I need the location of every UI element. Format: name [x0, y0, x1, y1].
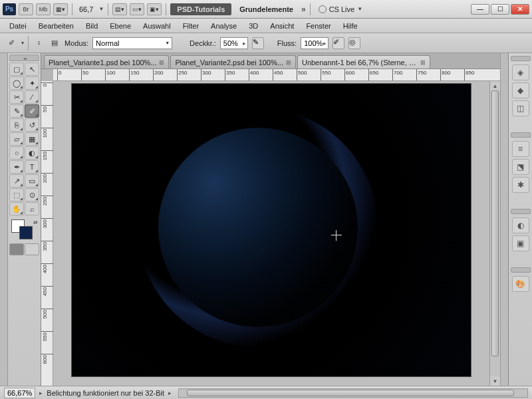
minibridge-button[interactable]: Mb [36, 3, 51, 15]
status-menu-icon[interactable]: ▸ [39, 390, 43, 396]
menu-3d[interactable]: 3D [243, 20, 263, 32]
scroll-up-arrow[interactable]: ▲ [490, 81, 500, 90]
title-bar: Ps Br Mb ▦▾ 66,7 ▼ ▤▾ ▭▾ ▣▾ PSD-Tutorial… [0, 0, 532, 19]
status-arrow-icon[interactable]: ▸ [168, 390, 172, 396]
close-icon[interactable]: ⊠ [159, 59, 164, 66]
panel-dock-header[interactable] [511, 209, 531, 214]
zoom-dropdown-icon[interactable]: ▼ [98, 6, 104, 12]
tool-blur[interactable]: ○ [9, 146, 24, 160]
canvas[interactable] [72, 84, 471, 376]
panel-dock-header[interactable] [511, 56, 531, 61]
menu-analyse[interactable]: Analyse [205, 20, 242, 32]
tool-eraser[interactable]: ▱ [9, 132, 24, 146]
brush-preview[interactable]: ·1 [33, 37, 45, 49]
cs-live-button[interactable]: CS Live ▼ [319, 5, 362, 13]
screen-mode-button[interactable]: ▣▾ [147, 3, 162, 15]
masks-icon[interactable]: ⬔ [512, 159, 529, 175]
menu-ebene[interactable]: Ebene [104, 20, 136, 32]
tool-pen[interactable]: ✒ [9, 160, 24, 174]
ruler-vertical[interactable]: 050100150200250300350400450500550600 [41, 81, 53, 386]
bridge-button[interactable]: Br [19, 3, 33, 15]
tool-shape[interactable]: ▭ [25, 174, 39, 188]
tablet-pressure-toggle[interactable]: ◎ [348, 37, 360, 49]
scroll-down-arrow[interactable]: ▼ [490, 376, 500, 386]
layout-button[interactable]: ▦▾ [53, 3, 68, 15]
status-zoom[interactable]: 66,67% [4, 388, 35, 398]
tool-move[interactable]: ▢ [9, 63, 24, 76]
menu-hilfe[interactable]: Hilfe [338, 20, 363, 32]
scroll-thumb[interactable] [491, 90, 499, 356]
tool-stamp[interactable]: ⎘ [9, 118, 24, 132]
close-icon[interactable]: ⊠ [286, 59, 291, 66]
tool-lasso[interactable]: ◯ [9, 76, 24, 90]
scrollbar-vertical[interactable]: ▲ ▼ [489, 81, 500, 386]
panel-dock-header[interactable] [511, 267, 531, 273]
menu-bild[interactable]: Bild [80, 20, 103, 32]
tool-3d[interactable]: ⬚ [9, 188, 24, 201]
swap-colors-icon[interactable]: ⇄ [33, 219, 38, 225]
opacity-input[interactable]: 50% [220, 37, 248, 49]
tool-eyedrop[interactable]: ⁄ [25, 90, 39, 104]
channels-icon[interactable]: ◆ [512, 82, 529, 98]
styles-icon[interactable]: ✱ [512, 177, 529, 193]
brush-panel-toggle[interactable]: ▤ [49, 37, 61, 49]
scrollbar-horizontal[interactable] [178, 388, 528, 398]
standard-mode[interactable] [9, 243, 24, 255]
panel-dock-header[interactable] [511, 132, 531, 138]
tool-direct[interactable]: ↖ [25, 63, 39, 76]
tool-gradient[interactable]: ▦ [25, 132, 39, 146]
opacity-pressure-toggle[interactable]: ✎ [252, 37, 264, 49]
arrange-button[interactable]: ▭▾ [130, 3, 144, 15]
tool-path[interactable]: ↗ [9, 174, 24, 188]
adjustments-icon[interactable]: ≡ [512, 141, 529, 157]
bevel-icon[interactable]: ▣ [512, 235, 529, 251]
bw-icon[interactable]: ◐ [512, 217, 529, 233]
minimize-button[interactable]: — [471, 4, 489, 15]
tool-dodge[interactable]: ◐ [25, 146, 39, 160]
tool-type[interactable]: T [25, 160, 39, 174]
menu-filter[interactable]: Filter [178, 20, 204, 32]
quickmask-mode[interactable] [25, 243, 39, 255]
tool-heal[interactable]: ✎ [9, 104, 24, 118]
panels-collapse-strip[interactable] [500, 53, 508, 386]
tool-history[interactable]: ↺ [25, 118, 39, 132]
menu-fenster[interactable]: Fenster [301, 20, 336, 32]
opacity-label: Deckkr.: [190, 39, 216, 47]
tool-3dcam[interactable]: ⊙ [25, 188, 39, 201]
background-swatch[interactable] [19, 226, 33, 239]
tool-zoom[interactable]: ⌕ [25, 202, 39, 215]
workspace-psd-tutorials[interactable]: PSD-Tutorials [170, 3, 231, 15]
tab-planet-variante1[interactable]: Planet_Variante1.psd bei 100%...⊠ [44, 55, 169, 68]
flow-input[interactable]: 100% [301, 37, 329, 49]
close-button[interactable]: ✕ [511, 4, 529, 15]
maximize-button[interactable]: ☐ [491, 4, 509, 15]
tool-brush[interactable]: ✐ [25, 104, 39, 118]
menu-auswahl[interactable]: Auswahl [138, 20, 176, 32]
tab-unbenannt-1[interactable]: Unbenannt-1 bei 66,7% (Sterne, RGB/8) *⊠ [297, 55, 430, 68]
workspace-grundelemente[interactable]: Grundelemente [234, 5, 299, 13]
menu-datei[interactable]: Datei [4, 20, 32, 32]
separator [310, 3, 311, 15]
scroll-thumb[interactable] [187, 390, 514, 396]
mode-select[interactable]: Normal [92, 37, 172, 49]
tool-preset-dropdown[interactable]: ▾ [21, 40, 24, 46]
close-icon[interactable]: ⊠ [420, 59, 426, 66]
view-extras-button[interactable]: ▤▾ [112, 3, 127, 15]
document-tabs: Planet_Variante1.psd bei 100%...⊠ Planet… [41, 53, 500, 69]
menu-bearbeiten[interactable]: Bearbeiten [33, 20, 79, 32]
tab-planet-variante2[interactable]: Planet_Variante2.psd bei 100%...⊠ [170, 55, 295, 68]
paths-icon[interactable]: ◫ [512, 100, 529, 116]
tool-crop[interactable]: ✂ [9, 90, 24, 104]
tool-magic[interactable]: ✦ [25, 76, 39, 90]
ruler-horizontal[interactable]: 0501001502002503003504004505005506006507… [53, 69, 500, 81]
tool-hand[interactable]: ✋ [9, 202, 24, 215]
airbrush-toggle[interactable]: ✐ [332, 37, 344, 49]
brush-tool-icon[interactable]: ✐ [5, 37, 17, 49]
toolbox-collapse-strip[interactable] [0, 53, 8, 386]
zoom-level[interactable]: 66,7 [76, 5, 96, 13]
toolbox-header[interactable] [9, 55, 39, 61]
workspace-more-icon[interactable]: » [301, 5, 306, 14]
layers-icon[interactable]: ◈ [512, 65, 529, 80]
menu-ansicht[interactable]: Ansicht [265, 20, 299, 32]
swatches-icon[interactable]: 🎨 [512, 276, 529, 292]
